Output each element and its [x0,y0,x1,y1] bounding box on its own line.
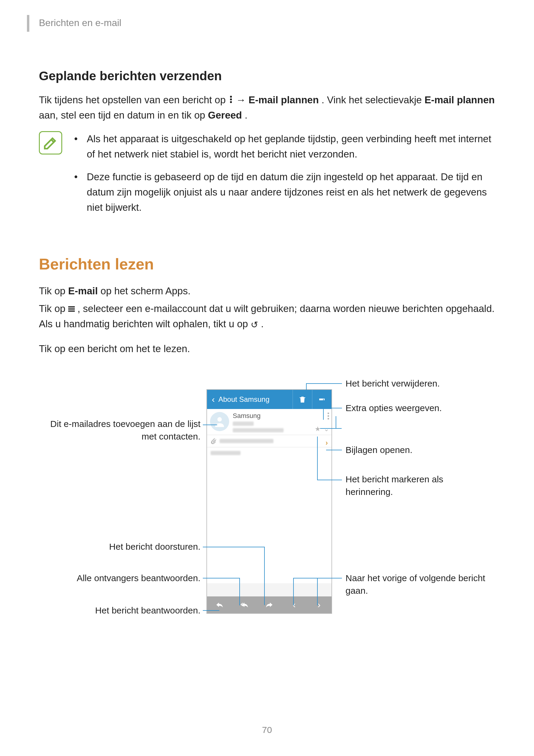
avatar[interactable] [210,412,229,431]
person-icon [213,415,226,428]
more-icon [229,95,233,104]
forward-icon [265,601,273,609]
blur-text [233,421,254,426]
forward-button[interactable] [257,596,282,613]
leader-line [239,578,240,606]
text: . [245,110,247,121]
note-list: Als het apparaat is uitgeschakeld op het… [74,131,495,222]
note-block: Als het apparaat is uitgeschakeld op het… [39,131,495,222]
row-more-button[interactable] [328,411,329,421]
leader-line [293,578,294,606]
callout-delete: Het bericht verwijderen. [345,377,440,390]
heading-geplande: Geplande berichten verzenden [39,69,495,83]
text: Tik op [39,285,68,296]
text-bold: Gereed [208,110,242,121]
phone-mock: ‹ About Samsung Samsung [206,389,332,614]
menu-icon [68,305,75,312]
blur-text [211,451,241,455]
text: . Vink het selectievakje [321,94,424,105]
attachment-row: › [207,435,331,447]
text: op het scherm Apps. [101,285,191,296]
callout-extra: Extra opties weergeven. [345,402,442,414]
text: Tik tijdens het opstellen van een berich… [39,94,229,105]
page-number: 70 [0,725,534,735]
text-bold: E-mail plannen [249,94,319,105]
callout-reply: Het bericht beantwoorden. [39,604,200,617]
reply-icon [216,601,223,609]
leader-line [203,424,217,425]
prev-button[interactable]: ‹ [282,596,307,613]
blur-text [219,439,273,443]
back-icon[interactable]: ‹ [207,394,218,404]
note-item: Deze functie is gebaseerd op de tijd en … [74,169,495,215]
leader-line [323,399,324,420]
text: Tik op [39,303,68,314]
leader-line [317,437,318,480]
figure-email-reader: ‹ About Samsung Samsung [39,374,495,620]
titlebar: ‹ About Samsung [207,390,331,409]
paperclip-icon [211,438,216,444]
section2-p3: Tik op een bericht om het te lezen. [39,341,495,356]
sender-row: Samsung ★ ⌄ [207,409,331,435]
text: , selecteer een e-mailaccount dat u wilt… [39,303,495,329]
section1-paragraph: Tik tijdens het opstellen van een berich… [39,92,495,123]
reply-all-icon [241,601,248,609]
running-header: Berichten en e-mail [39,17,121,28]
more-button[interactable] [312,390,331,409]
svg-point-0 [217,417,222,421]
delete-button[interactable] [292,390,312,409]
sender-name: Samsung [233,412,328,420]
titlebar-title: About Samsung [218,395,292,404]
leader-line [203,547,264,547]
leader-line [317,578,318,606]
sender-info: Samsung [233,412,328,432]
section2-p1: Tik op E-mail op het scherm Apps. [39,283,495,299]
bottom-toolbar: ‹ › [207,596,331,613]
star-icon[interactable]: ★ [315,425,321,433]
text-bold: E-mail plannen [424,94,495,105]
reply-all-button[interactable] [232,596,257,613]
leader-line [323,408,342,408]
message-body [207,447,331,583]
callout-forward: Het bericht doorsturen. [39,540,200,553]
chevron-right-icon: › [318,600,320,610]
note-item: Als het apparaat is uitgeschakeld op het… [74,131,495,162]
leader-line [203,610,219,611]
leader-line [203,578,239,579]
blur-text [233,428,284,432]
refresh-icon: ↻ [251,318,258,332]
leader-line [336,416,336,429]
heading-berichten-lezen: Berichten lezen [39,255,495,273]
expand-icon[interactable]: ⌄ [324,425,329,433]
leader-line [326,450,342,450]
leader-line [317,480,342,480]
callout-reminder: Het bericht markeren als herinnering. [345,473,474,498]
text-bold: E-mail [68,285,98,296]
callout-addcontact: Dit e-mailadres toevoegen aan de lijst m… [39,418,200,443]
leader-line [306,383,307,399]
section2-p2: Tik op , selecteer een e-mailaccount dat… [39,301,495,332]
header-rule [27,15,29,32]
leader-line [264,547,265,605]
text: → [236,94,249,105]
leader-line [320,428,342,429]
leader-line [306,383,342,384]
text: aan, stel een tijd en datum in en tik op [39,110,208,121]
next-button[interactable]: › [307,596,331,613]
note-icon [39,131,62,154]
open-attachment-button[interactable]: › [325,439,328,447]
callout-replyall: Alle ontvangers beantwoorden. [39,572,200,584]
trash-icon [298,395,307,404]
callout-prevnext: Naar het vorige of volgende bericht gaan… [345,572,495,597]
callout-openattach: Bijlagen openen. [345,444,413,456]
text: . [261,318,264,329]
